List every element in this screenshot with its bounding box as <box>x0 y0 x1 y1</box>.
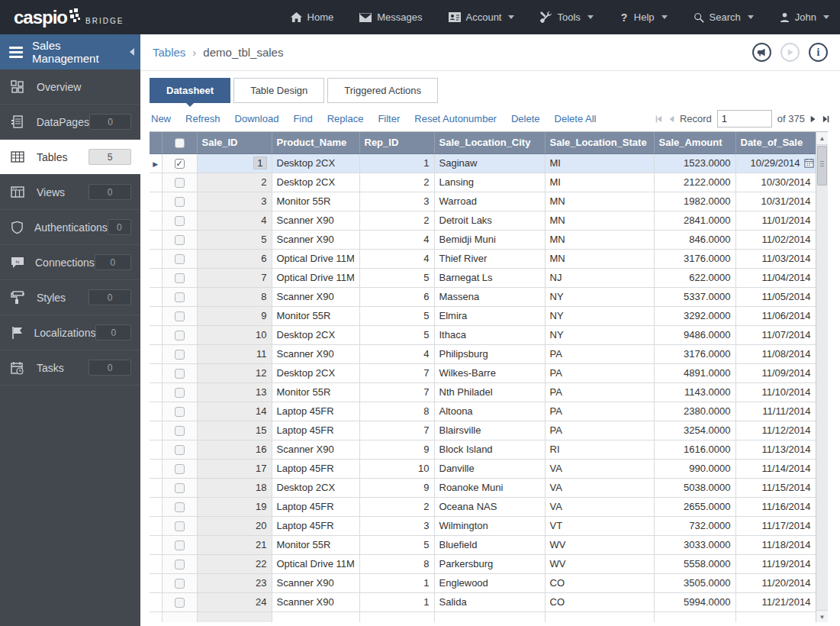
cell-rep_id[interactable]: 6 <box>359 287 434 306</box>
previous-record-icon[interactable] <box>668 115 674 123</box>
cell-sale_location_state[interactable]: MN <box>545 211 654 230</box>
cell-sale_location_city[interactable]: Wilmington <box>434 516 545 535</box>
vertical-scrollbar[interactable]: ▲ ▼ <box>816 132 828 622</box>
cell-sale_amount[interactable]: 3176.0000 <box>654 249 735 268</box>
cell-rep_id[interactable]: 9 <box>359 440 434 459</box>
cell-sale_location_city[interactable]: Nth Philadel <box>434 382 545 402</box>
scroll-up-icon[interactable]: ▲ <box>816 132 828 145</box>
cell-sale_amount[interactable]: 2122.0000 <box>654 173 735 192</box>
cell-sale_location_state[interactable]: WV <box>545 554 654 573</box>
cell-date_of_sale[interactable]: 11/16/2014 <box>735 497 816 516</box>
cell-sale_amount[interactable]: 990.0000 <box>654 459 735 478</box>
nav-item-home[interactable]: Home <box>291 11 334 23</box>
cell-product_name[interactable]: Scanner X90 <box>272 211 359 230</box>
cell-sale_location_state[interactable]: PA <box>545 402 654 421</box>
column-header-rep_id[interactable]: Rep_ID <box>359 132 434 153</box>
toolbar-refresh-button[interactable]: Refresh <box>185 113 220 124</box>
table-row[interactable]: 4Scanner X902Detroit LaksMN2841.000011/0… <box>150 211 816 230</box>
cell-rep_id[interactable]: 4 <box>359 344 434 363</box>
cell-sale_amount[interactable]: 622.0000 <box>654 268 735 287</box>
cell-sale_location_state[interactable]: CO <box>545 592 654 611</box>
cell-sale_amount[interactable]: 3176.0000 <box>654 344 735 363</box>
column-header-product_name[interactable]: Product_Name <box>272 132 359 153</box>
cell-sale_location_city[interactable]: Danville <box>434 459 545 478</box>
column-header-sale_id[interactable]: Sale_ID <box>197 132 272 153</box>
cell-sale_amount[interactable]: 1982.0000 <box>654 192 735 211</box>
breadcrumb-tables-link[interactable]: Tables <box>153 46 185 59</box>
sidebar-item-tasks[interactable]: Tasks0 <box>0 350 140 386</box>
cell-sale_amount[interactable]: 1616.0000 <box>654 440 735 459</box>
cell-sale_amount[interactable]: 732.0000 <box>654 516 735 535</box>
row-checkbox-cell[interactable] <box>162 402 197 421</box>
cell-rep_id[interactable]: 1 <box>359 592 434 611</box>
cell-sale_id[interactable]: 23 <box>197 573 272 592</box>
cell-product_name[interactable]: Scanner X90 <box>272 592 359 611</box>
table-row[interactable]: ▶✓1Desktop 2CX1SaginawMI1523.000010/29/2… <box>150 153 816 173</box>
row-checkbox-cell[interactable] <box>162 306 197 325</box>
cell-sale_location_city[interactable]: Barnegat Ls <box>434 268 545 287</box>
cell-sale_location_state[interactable]: NY <box>545 287 654 306</box>
cell-date_of_sale[interactable]: 11/15/2014 <box>735 478 816 497</box>
nav-item-messages[interactable]: Messages <box>359 11 422 23</box>
table-row[interactable]: 2Desktop 2CX2LansingMI2122.000010/30/201… <box>150 173 816 192</box>
cell-sale_location_city[interactable]: Bemidji Muni <box>434 230 545 249</box>
tab-table-design[interactable]: Table Design <box>233 78 324 103</box>
cell-product_name[interactable]: Monitor 55R <box>272 535 359 554</box>
cell-date_of_sale[interactable]: 11/11/2014 <box>735 402 816 421</box>
cell-rep_id[interactable]: 2 <box>359 211 434 230</box>
cell-sale_location_city[interactable]: Altoona <box>434 402 545 421</box>
cell-date_of_sale[interactable]: 11/20/2014 <box>735 573 816 592</box>
cell-sale_id[interactable]: 22 <box>197 554 272 573</box>
nav-item-john[interactable]: John <box>780 11 829 23</box>
cell-rep_id[interactable]: 7 <box>359 382 434 402</box>
table-row[interactable]: 24Scanner X901SalidaCO5994.000011/21/201… <box>150 592 816 611</box>
row-checkbox-cell[interactable] <box>162 478 197 497</box>
cell-product_name[interactable]: Desktop 2CX <box>272 173 359 192</box>
record-number-input[interactable] <box>717 110 772 127</box>
cell-product_name[interactable]: Optical Drive 11M <box>272 268 359 287</box>
cell-sale_location_city[interactable]: Wilkes-Barre <box>434 363 545 382</box>
cell-sale_location_city[interactable]: Oceana NAS <box>434 497 545 516</box>
toolbar-new-button[interactable]: New <box>151 113 171 124</box>
sidebar-item-styles[interactable]: Styles0 <box>0 280 140 315</box>
cell-product_name[interactable]: Monitor 55R <box>272 382 359 402</box>
cell-sale_location_state[interactable]: NY <box>545 306 654 325</box>
cell-sale_amount[interactable]: 3505.0000 <box>654 573 735 592</box>
column-header-sale_location_city[interactable]: Sale_Location_City <box>434 132 545 153</box>
table-row[interactable]: 7Optical Drive 11M5Barnegat LsNJ622.0000… <box>150 268 816 287</box>
cell-sale_location_city[interactable]: Warroad <box>434 192 545 211</box>
cell-date_of_sale[interactable]: 11/02/2014 <box>735 230 816 249</box>
table-row[interactable]: 3Monitor 55R3WarroadMN1982.000010/31/201… <box>150 192 816 211</box>
table-row[interactable]: 8Scanner X906MassenaNY5337.000011/05/201… <box>150 287 816 306</box>
cell-sale_location_state[interactable]: MI <box>545 153 654 173</box>
cell-sale_id[interactable]: 3 <box>197 192 272 211</box>
cell-product_name[interactable]: Desktop 2CX <box>272 363 359 382</box>
cell-rep_id[interactable]: 2 <box>359 497 434 516</box>
cell-rep_id[interactable]: 10 <box>359 459 434 478</box>
row-checkbox-cell[interactable] <box>162 230 197 249</box>
cell-sale_amount[interactable]: 2380.0000 <box>654 402 735 421</box>
cell-sale_id[interactable]: 9 <box>197 306 272 325</box>
cell-date_of_sale[interactable]: 11/17/2014 <box>735 516 816 535</box>
cell-sale_amount[interactable]: 1143.0000 <box>654 382 735 402</box>
nav-item-search[interactable]: Search <box>694 11 754 23</box>
column-header-sale_location_state[interactable]: Sale_Location_State <box>545 132 654 153</box>
sidebar-collapse-icon[interactable] <box>130 48 134 56</box>
cell-sale_id[interactable]: 20 <box>197 516 272 535</box>
play-icon[interactable] <box>780 43 800 62</box>
cell-sale_location_city[interactable]: Philipsburg <box>434 344 545 363</box>
cell-sale_location_city[interactable]: Lansing <box>434 173 545 192</box>
cell-rep_id[interactable]: 5 <box>359 535 434 554</box>
cell-sale_id[interactable]: 18 <box>197 478 272 497</box>
row-checkbox-cell[interactable] <box>162 535 197 554</box>
cell-sale_id[interactable]: 12 <box>197 363 272 382</box>
cell-sale_amount[interactable]: 5558.0000 <box>654 554 735 573</box>
cell-rep_id[interactable]: 8 <box>359 402 434 421</box>
cell-sale_location_city[interactable]: Detroit Laks <box>434 211 545 230</box>
cell-sale_id[interactable]: 2 <box>197 173 272 192</box>
cell-date_of_sale[interactable]: 11/05/2014 <box>735 287 816 306</box>
cell-date_of_sale[interactable]: 11/13/2014 <box>735 440 816 459</box>
cell-date_of_sale[interactable]: 11/12/2014 <box>735 421 816 440</box>
table-row[interactable]: 15Laptop 45FR7BlairsvillePA3254.000011/1… <box>150 421 816 440</box>
cell-sale_location_city[interactable]: Ithaca <box>434 325 545 344</box>
